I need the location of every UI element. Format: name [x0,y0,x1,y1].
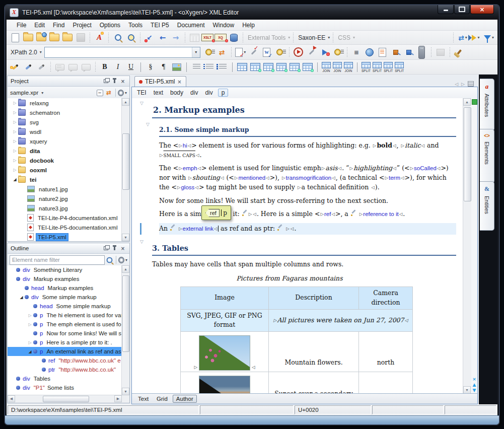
project-tree-item[interactable]: TEI-Lite-P5-documentation.xml [8,223,122,232]
switch-direction-icon[interactable]: ⇄ [216,46,228,58]
pin-panel-button[interactable] [111,78,118,84]
project-tree-item[interactable]: nature3.jpg [8,203,122,213]
join-cell-above-icon[interactable]: JOIN [333,62,342,73]
breadcrumb-item-body[interactable]: body [170,89,183,96]
fold-marker-icon[interactable]: ▽ [146,121,150,128]
breadcrumb-item-text[interactable]: text [154,89,163,96]
configure-validation-icon[interactable] [248,46,260,58]
close-tab-icon[interactable]: × [177,79,181,85]
breadcrumb-item-div[interactable]: div [205,89,212,96]
insert-table-icon[interactable] [236,61,248,73]
outline-item[interactable]: ◢divSome simple markup [8,293,122,302]
insert-list-icon[interactable] [190,61,202,73]
maximize-button[interactable] [454,5,470,14]
menu-item-project[interactable]: Project [68,21,95,30]
open-remote-icon[interactable] [61,32,74,44]
pictures-table[interactable]: ImageDescriptionCamera directionSVG, JPE… [180,287,413,394]
close-button[interactable]: × [470,5,494,14]
paragraph-button[interactable]: ¶ [158,61,170,73]
split-cell-right-icon[interactable]: SPLIT [373,62,382,73]
insert-element-popup[interactable]: refp [201,205,231,220]
go-to-last-edit-icon[interactable]: ↙ [143,32,156,44]
menu-item-tools[interactable]: Tools [124,21,147,30]
track-changes-icon[interactable] [9,61,21,73]
tree-expander-icon[interactable]: ▷ [12,158,18,163]
dropdown-arrow-icon[interactable]: ▾ [492,35,494,40]
configure-transformation-icon[interactable] [306,46,318,58]
new-from-template-icon[interactable]: A [93,32,105,44]
validate-document-icon[interactable]: ▾ [235,46,247,58]
table-properties-icon[interactable] [302,61,314,73]
italic-button[interactable]: I [112,61,124,73]
tree-expander-icon[interactable]: ▷ [27,322,33,327]
tree-expander-icon[interactable]: ▷ [12,129,18,134]
validation-options-icon[interactable] [274,46,286,58]
debug-transformation-icon[interactable] [319,46,331,58]
scroll-right-button[interactable]: ▶ [114,395,122,402]
menu-item-find[interactable]: Find [49,21,68,30]
float-panel-button[interactable] [102,245,109,251]
scroll-thumb[interactable] [464,107,471,201]
scroll-thumb[interactable] [43,396,89,402]
dropdown-arrow-icon[interactable]: ▾ [477,35,479,40]
scroll-down-button[interactable]: ▼ [122,234,129,241]
menu-item-tei-p5[interactable]: TEI P5 [147,21,173,30]
tree-expander-icon[interactable]: ▷ [12,168,18,172]
outline-item[interactable]: ▷pThe hi element is used for var [8,311,122,320]
menu-item-help[interactable]: Help [238,21,259,30]
menu-item-document[interactable]: Document [173,21,209,30]
outline-item[interactable]: headSome simple markup [8,302,122,311]
new-document-icon[interactable] [9,32,21,44]
tree-expander-icon[interactable]: ▷ [12,110,18,115]
breadcrumb-item-div[interactable]: div [190,89,198,96]
outline-item[interactable]: ptr"http://www.bbc.co.uk" [8,365,122,374]
insert-numbered-list-icon[interactable] [203,61,215,73]
pin-panel-button[interactable] [111,245,118,251]
menu-item-window[interactable]: Window [209,21,239,30]
format-indent-icon[interactable]: ≡ [350,46,363,58]
project-tree-item[interactable]: ▷ooxml [8,165,122,175]
manage-changes-icon[interactable] [35,61,47,73]
paragraph-tables-intro[interactable]: Tables may have cells that span multiple… [152,260,456,269]
database-explorer-icon[interactable] [228,32,240,44]
outline-item[interactable]: pNow for some links! We will st [8,329,122,338]
scroll-up-button[interactable]: ▲ [122,98,129,106]
project-tree-item[interactable]: ▷relaxng [8,98,122,108]
refresh-icon[interactable]: ⇄▾ [457,32,469,44]
split-cell-below-icon[interactable]: SPLIT [395,62,404,73]
filter-icon[interactable]: ▾ [483,32,495,44]
tree-expander-icon[interactable]: ▷ [12,101,18,105]
insert-image-icon[interactable] [171,61,183,73]
scroll-down-button[interactable]: ▼ [463,386,471,394]
entities-tab[interactable]: &Entities [480,181,494,231]
tree-expander-icon[interactable]: ▷ [12,120,18,124]
project-settings-button[interactable]: ▾ [118,88,127,97]
outline-panel-header[interactable]: Outline × [8,243,129,254]
insert-row-icon[interactable] [249,61,261,73]
tree-expander-icon[interactable]: ▷ [27,340,33,345]
menu-item-file[interactable]: File [13,21,30,30]
export-pin-icon[interactable] [403,46,415,58]
scroll-thumb[interactable] [122,133,129,190]
project-tree-item[interactable]: ◢tei [8,175,122,184]
outline-settings-button[interactable]: ▾ [118,255,127,264]
xpath-version-dropdown[interactable]: XPath 2.0▾ [9,46,42,58]
combo-dropdown-icon[interactable]: ▾ [192,47,200,57]
next-change-icon[interactable]: ▼ [473,388,476,393]
outline-item[interactable]: ▷pHere is a simple ptr to it: . [8,338,122,347]
dropdown-arrow-icon[interactable]: ▾ [288,35,290,40]
join-cell-below-icon[interactable]: JOIN [344,62,353,73]
scroll-left-button[interactable]: ◀ [8,395,15,402]
xpath-combo[interactable]: ▾ [44,47,200,58]
breadcrumb-item-p[interactable]: p [218,89,229,97]
previous-editor-icon[interactable]: ◁ [455,82,458,87]
scroll-thumb[interactable] [122,275,129,352]
split-cell-above-icon[interactable]: SPLIT [384,62,393,73]
project-scrollbar[interactable]: ▲ ▼ [121,98,129,241]
scroll-up-button[interactable]: ▲ [122,265,129,273]
import-pin-icon[interactable] [390,46,402,58]
open-file-icon[interactable] [22,32,34,44]
current-line-paragraph[interactable]: An ▷external link◁ as ref and as ptr: ▷◁… [159,223,456,235]
split-cell-left-icon[interactable]: SPLIT [362,62,371,73]
tree-expander-icon[interactable]: ▷ [12,139,18,144]
